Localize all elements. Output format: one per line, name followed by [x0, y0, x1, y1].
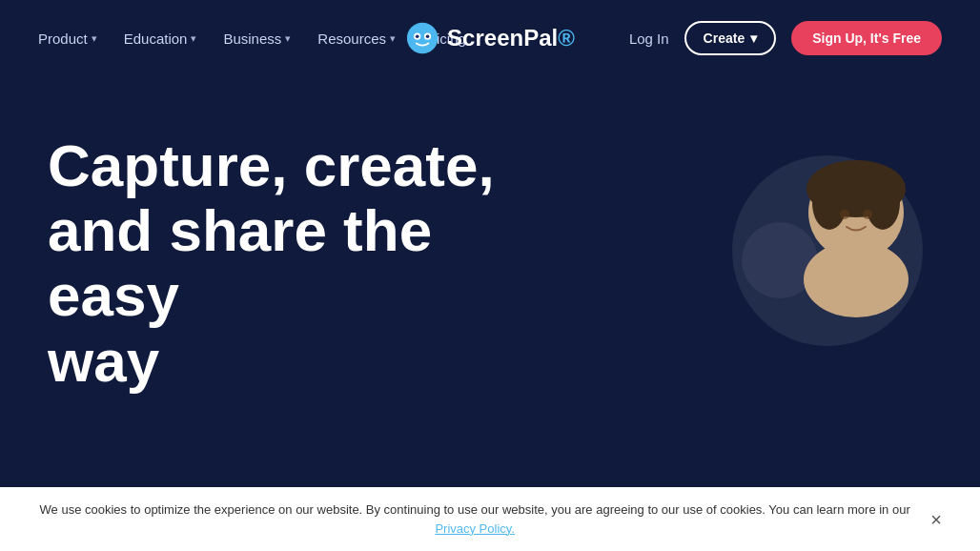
cookie-banner: We use cookies to optimize the experienc… [0, 487, 980, 551]
create-button[interactable]: Create ▾ [684, 21, 777, 55]
main-nav: Product ▾ Education ▾ Business ▾ Resourc… [38, 31, 466, 47]
nav-right-actions: Log In Create ▾ Sign Up, It's Free [629, 21, 942, 55]
chevron-down-icon: ▾ [92, 32, 97, 45]
hero-section: Capture, create, and share the easy way [0, 76, 980, 394]
logo-text: ScreenPal® [447, 25, 575, 51]
nav-resources[interactable]: Resources ▾ [317, 31, 396, 47]
svg-point-10 [840, 210, 849, 219]
chevron-down-icon: ▾ [191, 32, 196, 45]
svg-point-8 [812, 176, 847, 230]
site-logo[interactable]: ScreenPal® [405, 21, 575, 55]
nav-product[interactable]: Product ▾ [38, 31, 97, 47]
signup-button[interactable]: Sign Up, It's Free [791, 21, 942, 55]
svg-point-0 [407, 23, 438, 53]
login-button[interactable]: Log In [629, 31, 669, 47]
privacy-policy-link[interactable]: Privacy Policy. [435, 521, 515, 536]
svg-point-3 [416, 34, 419, 38]
chevron-down-icon: ▾ [390, 32, 396, 45]
site-header: Product ▾ Education ▾ Business ▾ Resourc… [0, 0, 980, 76]
svg-point-11 [863, 210, 872, 219]
chevron-down-icon: ▾ [750, 31, 757, 46]
hero-person-illustration [761, 108, 951, 317]
chevron-down-icon: ▾ [285, 32, 291, 45]
nav-business[interactable]: Business ▾ [223, 31, 291, 47]
cookie-text: We use cookies to optimize the experienc… [38, 500, 930, 538]
svg-point-4 [426, 34, 430, 38]
svg-point-9 [866, 176, 900, 230]
hero-image-area [675, 127, 980, 356]
hero-headline: Capture, create, and share the easy way [48, 133, 543, 394]
screenpal-mascot-icon [405, 21, 439, 55]
nav-education[interactable]: Education ▾ [124, 31, 197, 47]
cookie-close-button[interactable]: × [930, 510, 942, 529]
